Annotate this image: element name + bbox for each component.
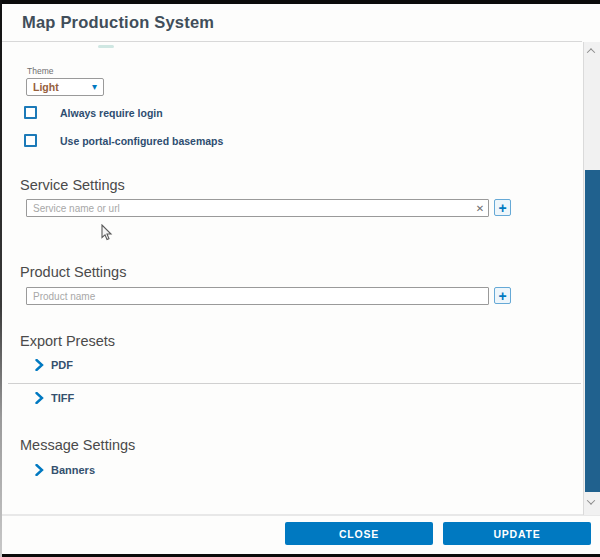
pdf-preset-expander[interactable]: PDF <box>35 359 73 371</box>
tiff-preset-expander[interactable]: TIFF <box>35 392 74 404</box>
scroll-down-icon[interactable] <box>588 499 596 507</box>
service-settings-heading: Service Settings <box>20 177 125 193</box>
chevron-down-icon: ▾ <box>92 82 97 92</box>
product-name-input[interactable] <box>26 287 489 305</box>
expander-label: TIFF <box>51 392 74 404</box>
screen-edge-left <box>0 0 2 557</box>
scrolled-content-artifact <box>98 45 114 48</box>
theme-label: Theme <box>27 66 53 76</box>
update-button[interactable]: UPDATE <box>443 522 591 545</box>
add-service-button[interactable]: + <box>494 199 511 216</box>
checkbox-label: Use portal-configured basemaps <box>60 135 223 147</box>
chevron-right-icon <box>35 359 44 371</box>
service-name-input[interactable] <box>26 199 489 217</box>
message-settings-heading: Message Settings <box>20 437 135 453</box>
theme-dropdown-value: Light <box>33 81 92 93</box>
banners-expander[interactable]: Banners <box>35 464 95 476</box>
clear-icon[interactable]: ✕ <box>473 201 487 215</box>
theme-dropdown[interactable]: Light ▾ <box>26 78 104 96</box>
product-settings-heading: Product Settings <box>20 264 126 280</box>
portal-basemaps-checkbox[interactable] <box>24 134 37 147</box>
page-title: Map Production System <box>22 13 214 32</box>
mouse-cursor <box>100 224 113 242</box>
footer-divider <box>0 514 600 516</box>
expander-label: Banners <box>51 464 95 476</box>
always-require-login-checkbox[interactable] <box>24 106 37 119</box>
chevron-right-icon <box>35 464 44 476</box>
export-presets-heading: Export Presets <box>20 333 115 349</box>
portal-basemaps-row[interactable]: Use portal-configured basemaps <box>24 134 223 147</box>
preset-divider <box>8 383 581 384</box>
scroll-up-icon[interactable] <box>588 48 596 56</box>
checkbox-label: Always require login <box>60 107 163 119</box>
settings-dialog: Map Production System Theme Light ▾ Alwa… <box>0 0 600 557</box>
close-button[interactable]: CLOSE <box>285 522 433 545</box>
add-product-button[interactable]: + <box>494 287 511 304</box>
always-require-login-row[interactable]: Always require login <box>24 106 163 119</box>
header-divider <box>2 41 582 42</box>
expander-label: PDF <box>51 359 73 371</box>
scrollbar-thumb[interactable] <box>585 170 600 492</box>
vertical-scrollbar[interactable] <box>583 42 600 515</box>
screen-edge-top <box>0 0 600 4</box>
chevron-right-icon <box>35 392 44 404</box>
